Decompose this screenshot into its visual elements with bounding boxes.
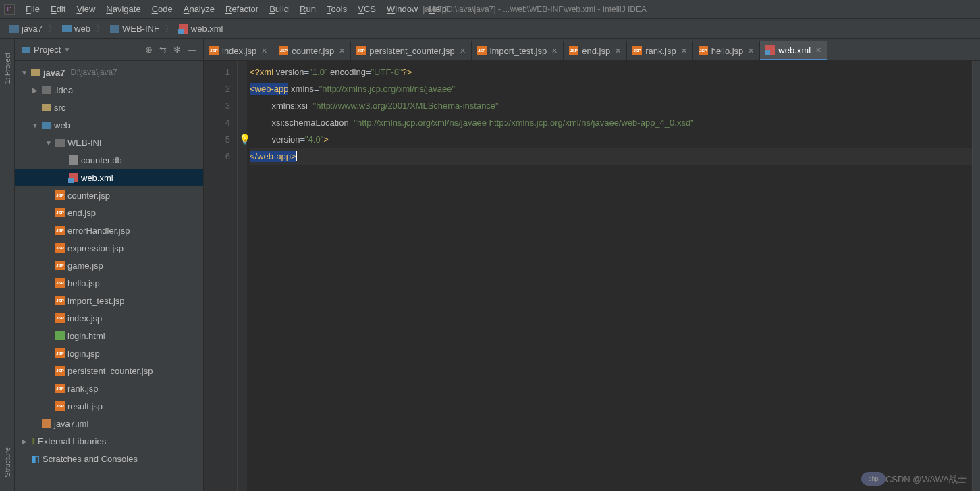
menu-view[interactable]: View	[71, 2, 101, 16]
tool-tab-structure[interactable]: Structure	[3, 447, 11, 477]
close-tab-icon[interactable]: ✕	[261, 47, 267, 55]
close-tab-icon[interactable]: ✕	[815, 46, 821, 55]
tree-item-external-libraries[interactable]: ▶⫴External Libraries	[15, 432, 203, 450]
jsp-file-icon	[209, 46, 219, 55]
editor-tab-import_test.jsp[interactable]: import_test.jsp✕	[472, 41, 564, 60]
watermark-text: CSDN @WAWA战士	[886, 473, 967, 486]
close-tab-icon[interactable]: ✕	[615, 47, 621, 55]
tree-item-errorHandler.jsp[interactable]: errorHandler.jsp	[15, 222, 203, 239]
breadcrumb-separator: 〉	[165, 23, 173, 35]
collapse-icon[interactable]: ⇆	[159, 45, 167, 55]
chevron-down-icon: ▼	[63, 46, 70, 53]
tree-item-rank.jsp[interactable]: rank.jsp	[15, 380, 203, 397]
editor-tab-persistent_counter.jsp[interactable]: persistent_counter.jsp✕	[351, 41, 471, 60]
breadcrumb-java7[interactable]: java7	[5, 22, 47, 35]
editor-tab-web.xml[interactable]: web.xml✕	[760, 41, 827, 60]
tree-item-hello.jsp[interactable]: hello.jsp	[15, 274, 203, 292]
editor-tab-rank.jsp[interactable]: rank.jsp✕	[627, 41, 693, 60]
tree-item-game.jsp[interactable]: game.jsp	[15, 257, 203, 274]
jsp-file-icon	[356, 46, 366, 55]
breadcrumb-web[interactable]: web	[58, 22, 94, 35]
expand-arrow[interactable]: ▶	[31, 86, 39, 94]
gear-icon[interactable]: ✻	[173, 45, 181, 55]
close-tab-icon[interactable]: ✕	[339, 47, 345, 55]
tree-item-login.jsp[interactable]: login.jsp	[15, 344, 203, 362]
menu-vcs[interactable]: VCS	[352, 2, 381, 16]
editor-tab-counter.jsp[interactable]: counter.jsp✕	[273, 41, 351, 60]
hide-icon[interactable]: —	[188, 45, 196, 55]
tree-item-WEB-INF[interactable]: ▼WEB-INF	[15, 134, 203, 151]
folder-icon	[110, 25, 119, 33]
menu-code[interactable]: Code	[146, 2, 178, 16]
menu-build[interactable]: Build	[264, 2, 294, 16]
jsp-file-icon	[55, 313, 65, 323]
tree-item-java7.iml[interactable]: java7.iml	[15, 415, 203, 432]
svg-rect-0	[22, 47, 30, 53]
locate-icon[interactable]: ⊕	[145, 45, 153, 55]
tool-tab-project[interactable]: 1: Project	[3, 53, 11, 84]
breadcrumb-web.xml[interactable]: web.xml	[175, 22, 227, 35]
expand-arrow[interactable]: ▼	[20, 69, 28, 76]
expand-arrow[interactable]: ▼	[45, 139, 53, 147]
editor-margin: 💡	[238, 61, 247, 491]
jsp-file-icon	[477, 46, 487, 55]
tree-item-.idea[interactable]: ▶.idea	[15, 81, 203, 99]
menu-window[interactable]: Window	[381, 2, 423, 16]
jsp-file-icon	[55, 261, 65, 270]
close-tab-icon[interactable]: ✕	[681, 47, 687, 55]
tree-item-index.jsp[interactable]: index.jsp	[15, 309, 203, 327]
editor-tab-end.jsp[interactable]: end.jsp✕	[564, 41, 627, 60]
menu-file[interactable]: File	[20, 2, 45, 16]
iml-file-icon	[42, 419, 51, 428]
close-tab-icon[interactable]: ✕	[460, 47, 466, 55]
tree-item-result.jsp[interactable]: result.jsp	[15, 397, 203, 415]
code-editor[interactable]: 123 456 💡 <?xml version="1.0" encoding="…	[204, 61, 980, 491]
tree-item-counter.jsp[interactable]: counter.jsp	[15, 186, 203, 204]
error-stripe[interactable]	[972, 61, 980, 491]
tree-item-web.xml[interactable]: web.xml	[15, 169, 203, 186]
project-icon	[22, 45, 31, 55]
jsp-file-icon	[279, 46, 288, 55]
web-icon	[62, 25, 72, 32]
jsp-file-icon	[569, 46, 578, 55]
editor-tabs: index.jsp✕counter.jsp✕persistent_counter…	[204, 39, 980, 61]
tree-item-end.jsp[interactable]: end.jsp	[15, 204, 203, 222]
close-tab-icon[interactable]: ✕	[551, 47, 557, 55]
close-tab-icon[interactable]: ✕	[748, 47, 754, 55]
project-view-selector[interactable]: Project ▼	[22, 45, 70, 55]
tree-root[interactable]: ▼ java7 D:\java\java7	[15, 63, 203, 81]
expand-arrow[interactable]: ▼	[31, 122, 39, 129]
menu-navigate[interactable]: Navigate	[101, 2, 146, 16]
editor-tab-hello.jsp[interactable]: hello.jsp✕	[693, 41, 761, 60]
menu-bar: IJ FileEditViewNavigateCodeAnalyzeRefact…	[0, 0, 980, 19]
xml-icon	[179, 24, 188, 34]
tree-item-expression.jsp[interactable]: expression.jsp	[15, 239, 203, 257]
menu-tools[interactable]: Tools	[321, 2, 352, 16]
menu-edit[interactable]: Edit	[45, 2, 71, 16]
editor-tab-index.jsp[interactable]: index.jsp✕	[204, 41, 273, 60]
tree-item-import_test.jsp[interactable]: import_test.jsp	[15, 292, 203, 309]
app-logo: IJ	[4, 4, 15, 15]
tree-item-web[interactable]: ▼web	[15, 116, 203, 134]
code-content[interactable]: <?xml version="1.0" encoding="UTF-8"?> <…	[247, 61, 972, 491]
scratch-icon: ◧	[31, 453, 40, 464]
db-file-icon	[69, 155, 78, 165]
tree-item-src[interactable]: src	[15, 99, 203, 116]
line-number-gutter: 123 456	[204, 61, 238, 491]
tree-item-persistent_counter.jsp[interactable]: persistent_counter.jsp	[15, 362, 203, 380]
menu-refactor[interactable]: Refactor	[220, 2, 264, 16]
breadcrumb-separator: 〉	[48, 23, 57, 35]
jsp-file-icon	[699, 46, 708, 55]
breadcrumb-WEB-INF[interactable]: WEB-INF	[106, 22, 163, 35]
project-header: Project ▼ ⊕ ⇆ ✻ —	[15, 39, 203, 61]
menu-analyze[interactable]: Analyze	[178, 2, 220, 16]
menu-run[interactable]: Run	[294, 2, 321, 16]
tree-item-login.html[interactable]: login.html	[15, 327, 203, 344]
tree-item-scratches-and-consoles[interactable]: ◧Scratches and Consoles	[15, 450, 203, 467]
module-folder-icon	[31, 69, 40, 76]
expand-arrow[interactable]: ▶	[20, 438, 28, 445]
project-tree[interactable]: ▼ java7 D:\java\java7 ▶.ideasrc▼web▼WEB-…	[15, 61, 203, 491]
jsp-file-icon	[55, 243, 65, 253]
tree-item-counter.db[interactable]: counter.db	[15, 151, 203, 169]
web-folder-icon	[42, 122, 51, 129]
